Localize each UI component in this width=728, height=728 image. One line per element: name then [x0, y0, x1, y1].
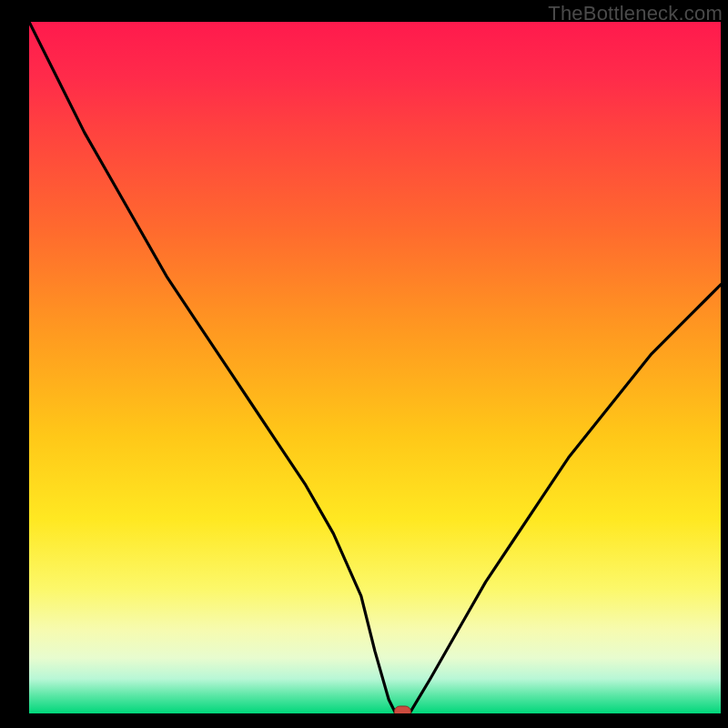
gradient-plot-area: [29, 22, 721, 713]
chart-frame: TheBottleneck.com: [0, 0, 728, 728]
watermark-text: TheBottleneck.com: [548, 2, 723, 25]
